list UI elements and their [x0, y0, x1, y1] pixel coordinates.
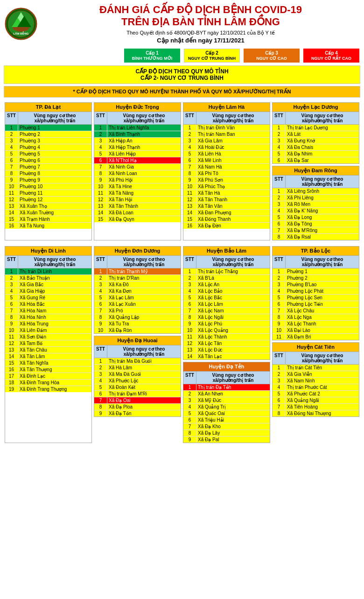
table-row: 8Xã Lộc Nga — [273, 314, 359, 321]
table-row: 15Xã Tân Nghĩa — [5, 360, 91, 366]
table-row: 5Xã Quốc Oai — [183, 410, 270, 417]
table-row: 4Xã Đa Chais — [273, 144, 359, 151]
table-row: 1Thị trấn Lạc Dương — [273, 125, 359, 131]
table-row: 5Xã Lộc Bắc — [183, 295, 270, 301]
page-header: LÂM ĐỒNG ĐÁNH GIÁ CẤP ĐỘ DỊCH BỆNH COVID… — [0, 0, 364, 46]
table-row: 7Xã Pró — [94, 308, 181, 314]
table-row: 3Xã Mỹ Đức — [183, 397, 270, 404]
table-row: 6Xã N'Thol Hạ — [94, 157, 181, 164]
table-row: 2Xã Gia Viễn — [273, 371, 359, 378]
table-row: 5Xã Liên Hà — [183, 151, 270, 157]
table-row: 1Thị trấn Ma Đà Guối — [94, 358, 181, 365]
col-stt-label: STT — [94, 112, 107, 124]
district-header-lam-ha: Huyện Lâm Hà — [183, 103, 270, 112]
table-row: 4Xã Quảng Trị — [183, 404, 270, 410]
col-vung-label: Vùng nguy cơ theo xã/phường/thị trấn — [286, 256, 359, 268]
district-header-don-duong: Huyện Đơn Dương — [94, 247, 181, 256]
col-stt-label: STT — [273, 352, 286, 364]
table-row: 4Thị trấn Phước Cát — [273, 384, 359, 391]
table-row: 10Phường 10 — [5, 183, 91, 190]
header-text-block: ĐÁNH GIÁ CẤP ĐỘ DỊCH BỆNH COVID-19 TRÊN … — [42, 4, 359, 44]
districts-grid-row2: Huyện Di Linh STT Vùng nguy cơ theo xã/p… — [0, 243, 364, 446]
table-row: 4Xã Phước Lộc — [94, 378, 181, 384]
table-row: 3Xã Lộc An — [183, 282, 270, 288]
district-bao-loc: TP. Bảo Lộc STT Vùng nguy cơ theo xã/phư… — [272, 246, 359, 340]
table-row: 7Xã Hòa Nam — [5, 308, 91, 314]
table-row: 16Xã Tân Thượng — [5, 366, 91, 373]
col-vung-label: Vùng nguy cơ theo xã/phường/thị trấn — [107, 112, 181, 124]
table-row: 14Xã Đà Loan — [94, 210, 181, 216]
table-row: 1Thị trấn Lộc Thắng — [183, 268, 270, 275]
table-row: 12Xã Tân Thanh — [183, 197, 270, 203]
district-duc-trong: Huyện Đức Trọng STT Vùng nguy cơ theo xã… — [94, 102, 181, 240]
district-da-lat: TP. Đà Lạt STT Vùng nguy cơ theo xã/phườ… — [5, 102, 92, 240]
legend-cap4: Cấp 4NGUY CƠ RẤT CAO — [303, 49, 359, 63]
table-row: 9Xã Lộc Phú — [183, 321, 270, 327]
table-row: 3Xã Nam Ninh — [273, 378, 359, 384]
table-row: 17Xã Đinh Lạc — [5, 373, 91, 380]
table-row: 3Xã Gia Lâm — [183, 138, 270, 144]
table-row: 6Thị trấn Đạm M'Ri — [94, 391, 181, 397]
table-row: 12Xã Lộc Tân — [183, 340, 270, 347]
table-row: 8Xã Phi Tô — [183, 170, 270, 177]
district-header-di-linh: Huyện Di Linh — [5, 247, 91, 256]
table-row: 10Xã Đại Lào — [273, 327, 359, 334]
table-row: 1Thị trấn Đạ Tẻh — [183, 384, 270, 391]
table-row: 4Phường Lộc Phát — [273, 288, 359, 295]
district-header-dam-rong: Huyện Đam Rông — [273, 166, 359, 176]
table-row: 4Xã Hoài Đức — [183, 144, 270, 151]
table-row: 5Xã Lạc Lâm — [94, 295, 181, 301]
table-row: 7Xã Đạ M'Rông — [273, 227, 359, 234]
table-row: 5Xã Đạ Nhim — [273, 151, 359, 157]
col-vung-label: Vùng nguy cơ theo xã/phường/thị trấn — [286, 176, 359, 188]
legend-row: Cấp 1BÌNH THƯỜNG MỚI Cấp 2NGUY CƠ TRUNG … — [0, 46, 364, 63]
district-header-lac-duong: Huyện Lạc Dương — [273, 103, 359, 112]
col-stt-label: STT — [5, 256, 18, 268]
main-title-line2: TRÊN ĐỊA BÀN TỈNH LÂM ĐỒNG — [42, 16, 359, 28]
col-stt-label: STT — [183, 112, 196, 124]
district-header-da-lat: TP. Đà Lạt — [5, 103, 91, 112]
col-vung-label: Vùng nguy cơ theo xã/phường/thị trấn — [196, 256, 270, 268]
col-vung-label: Vùng nguy cơ theo xã/phường/thị trấn — [196, 372, 270, 384]
table-row: 4Xã Ka Đơn — [94, 288, 181, 295]
update-date: Cập nhật đến ngày 17/11/2021 — [42, 37, 359, 44]
table-row: 6Phường 6 — [5, 157, 91, 164]
table-row: 5Xã Liên Hiệp — [94, 151, 181, 157]
table-row: 2Xã An Nhơn — [183, 391, 270, 397]
table-row: 16Xã Tà Nung — [5, 223, 91, 229]
district-lam-ha: Huyện Lâm Hà STT Vùng nguy cơ theo xã/ph… — [183, 102, 270, 240]
table-row: 12Xã Tam Bố — [5, 340, 91, 347]
table-row: 7Xã Lộc Châu — [273, 308, 359, 314]
table-row: 9Xã Phú Hội — [94, 177, 181, 183]
table-row: 10Xã Lộc Quảng — [183, 327, 270, 334]
table-row: 5Xã Đạ Long — [273, 214, 359, 221]
table-row: 19Xã Đinh Trang Thượng — [5, 386, 91, 392]
table-row: 8Xã Quảng Lập — [94, 314, 181, 321]
main-title-line1: ĐÁNH GIÁ CẤP ĐỘ DỊCH BỆNH COVID-19 — [42, 4, 359, 16]
table-row: 3Xã Đưng Knớ — [273, 138, 359, 144]
table-row: 12Xã Tân Hội — [94, 197, 181, 203]
table-row: 6Xã Triệu Hải — [183, 417, 270, 423]
table-row: 4Xã Lộc Bảo — [183, 288, 270, 295]
table-row: 3Xã Rô Men — [273, 201, 359, 208]
table-row: 3Phường B'Lao — [273, 282, 359, 288]
table-row: 3Xã Ma Đà Guối — [94, 371, 181, 378]
table-row: 1Thị trấn Thạnh Mỹ — [94, 268, 181, 275]
table-row: 1Phường 1 — [273, 268, 359, 275]
table-row: 13Xã Lộc Đức — [183, 347, 270, 353]
table-row: 6Xã Mê Linh — [183, 157, 270, 164]
table-row: 10Xã Đạ Ròn — [94, 327, 181, 333]
district-bao-lam: Huyện Bảo Lâm STT Vùng nguy cơ theo xã/p… — [183, 246, 270, 360]
table-row: 4Xã Gia Hiệp — [5, 288, 91, 295]
table-row: 3Xã Ka Đô — [94, 282, 181, 288]
table-row: 9Xã Lộc Thanh — [273, 321, 359, 327]
col-stt-label: STT — [5, 112, 18, 124]
table-row: 8Xã Ninh Loan — [94, 170, 181, 177]
table-row: 8Xã Đạ Lây — [183, 430, 270, 437]
table-row: 6Xã Đạ Tông — [273, 221, 359, 227]
table-row: 13Xã Tân Châu — [5, 347, 91, 353]
table-row: 7Xã Đạ Oai — [94, 397, 181, 404]
table-row: 5Xã Phước Cát 2 — [273, 391, 359, 397]
table-row: 10Xã Phúc Thọ — [183, 183, 270, 190]
table-row: 2Xã Bình Thạnh — [94, 131, 181, 138]
